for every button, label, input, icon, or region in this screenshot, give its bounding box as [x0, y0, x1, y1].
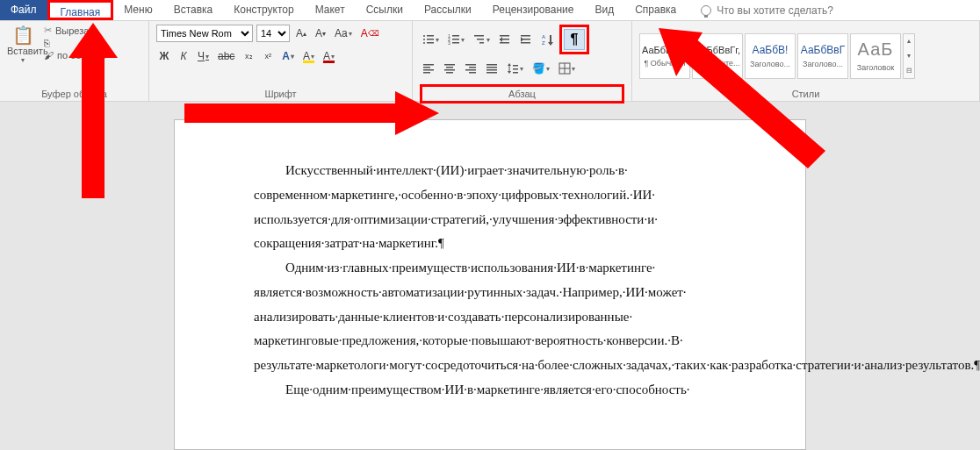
svg-point-0 [423, 35, 425, 37]
line-spacing-button[interactable]: ▾ [504, 60, 526, 77]
chevron-more-icon[interactable]: ⊟ [904, 64, 914, 78]
svg-marker-25 [548, 35, 553, 46]
ribbon: 📋 Вставить ▾ ✂Вырезать ⎘ 🖌по образцу Буф… [0, 21, 980, 102]
show-hide-button[interactable]: ¶ [564, 29, 585, 50]
strike-button[interactable]: abc [215, 47, 237, 65]
style-nospacing[interactable]: АаБбВвГг,¶ Без инте... [692, 33, 743, 79]
svg-rect-14 [479, 42, 484, 44]
text-effects-button[interactable]: A▾ [279, 47, 297, 65]
clear-format-button[interactable]: A⌫ [358, 25, 382, 42]
svg-rect-37 [469, 72, 476, 74]
superscript-button[interactable]: x² [260, 47, 276, 65]
font-group-label: Шрифт [156, 87, 405, 101]
svg-point-4 [423, 42, 425, 44]
bold-button[interactable]: Ж [156, 47, 172, 65]
svg-rect-47 [513, 72, 518, 74]
svg-rect-7 [452, 35, 459, 37]
tab-view[interactable]: Вид [584, 0, 624, 20]
group-paragraph: ▾ 123▾ ▾ AZ ¶ ▾ 🪣▾ ▾ Абзац [413, 21, 632, 101]
tab-file[interactable]: Файл [0, 0, 47, 20]
ribbon-tabs: Файл Главная Меню Вставка Конструктор Ма… [0, 0, 980, 21]
chevron-up-icon[interactable]: ▴ [904, 34, 914, 48]
decrease-indent-button[interactable] [496, 31, 514, 48]
style-gallery[interactable]: АаБбВвГг,¶ Обычный АаБбВвГг,¶ Без инте..… [639, 33, 915, 79]
pilcrow-highlight: ¶ [559, 25, 589, 54]
shading-button[interactable]: 🪣▾ [530, 60, 552, 77]
subscript-button[interactable]: x₂ [241, 47, 256, 65]
group-font: Times New Rom 14 A▴ A▾ Aa▾ A⌫ Ж К Ч▾ abc… [149, 21, 413, 101]
format-painter-button[interactable]: 🖌по образцу [44, 50, 107, 61]
brush-icon: 🖌 [44, 50, 54, 61]
svg-rect-39 [486, 67, 497, 68]
clipboard-group-label: Буфер обмена [7, 87, 141, 101]
font-name-select[interactable]: Times New Rom [156, 25, 253, 42]
svg-rect-33 [446, 72, 453, 74]
tab-insert[interactable]: Вставка [163, 0, 224, 20]
numbering-button[interactable]: 123▾ [445, 31, 467, 48]
lightbulb-icon [701, 5, 711, 16]
svg-rect-28 [423, 69, 434, 71]
svg-marker-42 [508, 63, 511, 66]
svg-rect-36 [465, 69, 476, 71]
svg-rect-27 [423, 67, 430, 68]
svg-rect-45 [513, 65, 518, 67]
bullets-button[interactable]: ▾ [420, 31, 442, 48]
font-size-select[interactable]: 14 [256, 25, 290, 42]
svg-rect-9 [452, 39, 459, 40]
italic-button[interactable]: К [176, 47, 191, 65]
style-heading1[interactable]: АаБбВ!Заголово... [745, 33, 796, 79]
doc-paragraph-1[interactable]: Искусственный·интеллект·(ИИ)·играет·знач… [254, 159, 753, 256]
tab-references[interactable]: Ссылки [356, 0, 414, 20]
style-normal[interactable]: АаБбВвГг,¶ Обычный [639, 33, 690, 79]
tab-menu[interactable]: Меню [113, 0, 162, 20]
style-scroll[interactable]: ▴ ▾ ⊟ [903, 33, 915, 79]
align-left-button[interactable] [420, 60, 437, 77]
svg-point-2 [423, 39, 425, 40]
paste-button[interactable]: 📋 Вставить ▾ [7, 25, 39, 64]
bucket-icon: 🪣 [532, 62, 545, 75]
align-center-button[interactable] [441, 60, 458, 77]
svg-rect-3 [427, 39, 434, 40]
tab-help[interactable]: Справка [624, 0, 687, 20]
document-area: Искусственный·интеллект·(ИИ)·играет·знач… [0, 102, 980, 450]
document-page[interactable]: Искусственный·интеллект·(ИИ)·играет·знач… [174, 119, 806, 450]
style-title[interactable]: АаБЗаголовок [850, 33, 901, 79]
style-heading2[interactable]: АаБбВвГЗаголово... [797, 33, 848, 79]
justify-button[interactable] [483, 60, 501, 77]
tab-layout[interactable]: Макет [305, 0, 356, 20]
tab-design[interactable]: Конструктор [223, 0, 304, 20]
copy-icon: ⎘ [44, 38, 50, 48]
copy-button[interactable]: ⎘ [44, 38, 107, 48]
svg-rect-29 [423, 72, 430, 74]
tell-me-placeholder: Что вы хотите сделать? [717, 4, 833, 17]
sort-button[interactable]: AZ [538, 31, 556, 48]
align-right-button[interactable] [462, 60, 479, 77]
svg-text:Z: Z [542, 40, 545, 46]
svg-rect-46 [513, 68, 518, 70]
tab-mailings[interactable]: Рассылки [414, 0, 482, 20]
doc-paragraph-3[interactable]: Еще·одним·преимуществом·ИИ·в·маркетинге·… [254, 378, 753, 403]
change-case-button[interactable]: Aa▾ [332, 25, 355, 42]
svg-rect-19 [521, 35, 530, 37]
multilevel-button[interactable]: ▾ [471, 31, 493, 48]
cut-button[interactable]: ✂Вырезать [44, 25, 107, 36]
shrink-font-button[interactable]: A▾ [313, 25, 328, 42]
increase-indent-button[interactable] [517, 31, 535, 48]
svg-rect-11 [452, 42, 459, 44]
tab-review[interactable]: Рецензирование [482, 0, 585, 20]
underline-button[interactable]: Ч▾ [195, 47, 212, 65]
svg-rect-31 [446, 67, 453, 68]
svg-rect-30 [444, 64, 455, 66]
tell-me-search[interactable]: Что вы хотите сделать? [694, 0, 840, 20]
svg-rect-13 [477, 39, 484, 40]
highlight-button[interactable]: A▾ [300, 47, 317, 65]
font-color-button[interactable]: A▾ [321, 47, 337, 65]
group-styles: АаБбВвГг,¶ Обычный АаБбВвГг,¶ Без инте..… [632, 21, 980, 101]
svg-rect-32 [444, 69, 455, 71]
grow-font-button[interactable]: A▴ [293, 25, 309, 42]
borders-button[interactable]: ▾ [556, 60, 578, 77]
chevron-down-icon[interactable]: ▾ [904, 49, 914, 63]
paragraph-group-label: Абзац [420, 84, 624, 104]
tab-home[interactable]: Главная [47, 0, 114, 20]
doc-paragraph-2[interactable]: Одним·из·главных·преимуществ·использован… [254, 256, 753, 378]
